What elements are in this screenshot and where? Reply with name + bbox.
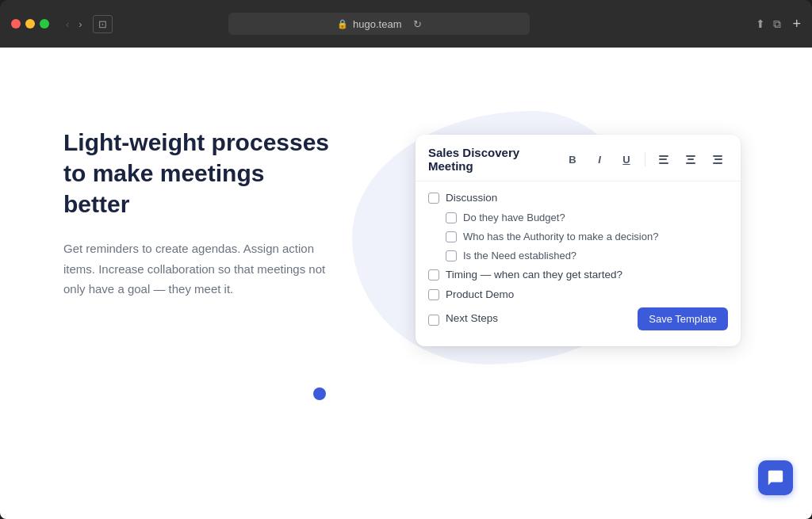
address-bar[interactable]: 🔒 hugo.team ↻ [228, 13, 530, 35]
list-item: Product Demo [428, 288, 728, 303]
blue-dot-decoration [313, 387, 326, 400]
close-button[interactable] [11, 19, 21, 29]
list-item: Do they have Budget? [446, 211, 728, 225]
share-button[interactable]: ⬆ [756, 17, 765, 30]
item-label-product-demo: Product Demo [446, 288, 514, 303]
checkbox-need[interactable] [446, 250, 457, 261]
hero-section: Light-weight processes to make meetings … [63, 127, 333, 300]
list-item: Is the Need established? [446, 249, 728, 263]
checkbox-next-steps[interactable] [428, 315, 439, 326]
card-toolbar: Sales Discovery Meeting B I U [416, 135, 741, 181]
save-template-button[interactable]: Save Template [638, 307, 728, 330]
underline-button[interactable]: U [616, 149, 637, 170]
align-right-icon [713, 155, 722, 164]
align-right-button[interactable] [707, 149, 728, 170]
checkbox-authority[interactable] [446, 231, 457, 242]
chat-icon [767, 469, 784, 487]
align-left-icon [659, 155, 668, 164]
maximize-button[interactable] [40, 19, 49, 29]
meeting-card: Sales Discovery Meeting B I U [416, 135, 741, 346]
nav-buttons: ‹ › [62, 16, 86, 32]
italic-button[interactable]: I [589, 149, 610, 170]
hero-description: Get reminders to create agendas. Assign … [63, 239, 333, 300]
item-label-authority: Who has the Authority to make a decision… [463, 230, 658, 244]
minimize-button[interactable] [25, 19, 35, 29]
item-label-timing: Timing — when can they get started? [446, 268, 622, 283]
item-label-need: Is the Need established? [463, 249, 576, 263]
card-title: Sales Discovery Meeting [428, 146, 556, 173]
list-item: Who has the Authority to make a decision… [446, 230, 728, 244]
duplicate-button[interactable]: ⧉ [773, 17, 781, 31]
new-tab-button[interactable]: + [792, 16, 801, 32]
page-content: Light-weight processes to make meetings … [0, 48, 812, 519]
list-item: Next Steps Save Template [428, 307, 728, 330]
next-steps-row: Next Steps [428, 311, 498, 326]
bold-button[interactable]: B [562, 149, 583, 170]
url-text: hugo.team [353, 18, 401, 30]
browser-chrome: ‹ › ⊡ 🔒 hugo.team ↻ ⬆ ⧉ + [0, 0, 812, 48]
item-label-next-steps: Next Steps [446, 311, 498, 326]
list-item: Discussion [428, 191, 728, 206]
align-left-button[interactable] [653, 149, 674, 170]
browser-actions: ⬆ ⧉ + [756, 16, 801, 32]
item-label-budget: Do they have Budget? [463, 211, 565, 225]
tab-bar-button[interactable]: ⊡ [93, 15, 113, 33]
toolbar-divider [645, 152, 645, 166]
reload-button[interactable]: ↻ [413, 18, 422, 30]
forward-button[interactable]: › [75, 16, 86, 32]
checkbox-discussion[interactable] [428, 193, 439, 204]
chat-button[interactable] [758, 460, 793, 495]
sub-items-discussion: Do they have Budget? Who has the Authori… [446, 211, 728, 264]
traffic-lights [11, 19, 49, 29]
lock-icon: 🔒 [337, 19, 348, 29]
hero-title: Light-weight processes to make meetings … [63, 127, 333, 219]
checkbox-product-demo[interactable] [428, 289, 439, 300]
card-items-list: Discussion Do they have Budget? Who has … [416, 181, 741, 346]
item-label-discussion: Discussion [446, 191, 497, 206]
checkbox-budget[interactable] [446, 212, 457, 223]
align-center-icon [686, 155, 695, 164]
align-center-button[interactable] [680, 149, 701, 170]
back-button[interactable]: ‹ [62, 16, 73, 32]
list-item: Timing — when can they get started? [428, 268, 728, 283]
checkbox-timing[interactable] [428, 269, 439, 280]
